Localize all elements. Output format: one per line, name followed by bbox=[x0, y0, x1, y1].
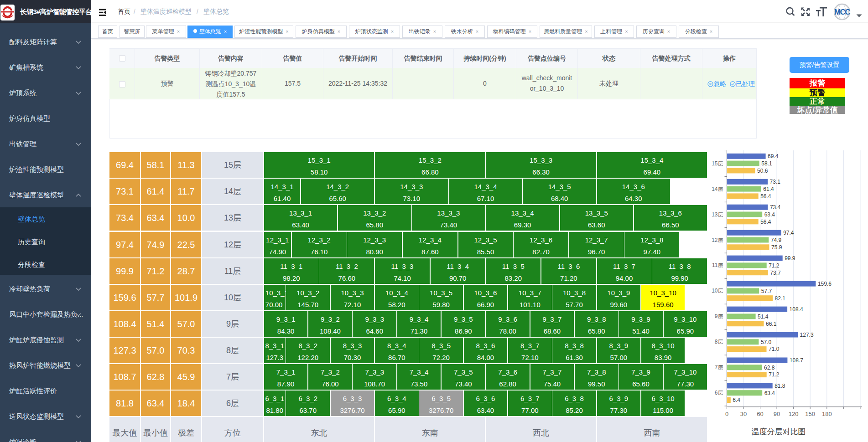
svg-text:MCC: MCC bbox=[834, 8, 850, 16]
svg-text:56.4: 56.4 bbox=[760, 219, 771, 225]
svg-text:120: 120 bbox=[789, 411, 799, 417]
svg-text:99.9: 99.9 bbox=[785, 255, 795, 262]
svg-text:14层: 14层 bbox=[712, 186, 723, 192]
svg-text:66.1: 66.1 bbox=[766, 321, 777, 327]
svg-text:73.4: 73.4 bbox=[770, 204, 781, 211]
svg-text:108.7: 108.7 bbox=[790, 357, 803, 364]
svg-text:97.4: 97.4 bbox=[783, 230, 794, 236]
svg-text:62.8: 62.8 bbox=[764, 365, 775, 371]
svg-text:74.9: 74.9 bbox=[771, 237, 782, 243]
svg-text:12层: 12层 bbox=[712, 237, 723, 243]
svg-text:60: 60 bbox=[757, 411, 763, 417]
svg-text:15层: 15层 bbox=[712, 160, 723, 167]
svg-text:13层: 13层 bbox=[712, 211, 723, 218]
svg-text:58.1: 58.1 bbox=[761, 160, 772, 167]
svg-text:71.2: 71.2 bbox=[769, 262, 780, 269]
svg-text:0: 0 bbox=[725, 411, 728, 417]
svg-text:50.6: 50.6 bbox=[757, 168, 768, 174]
svg-text:56.4: 56.4 bbox=[760, 193, 771, 200]
svg-text:温度分层对比图: 温度分层对比图 bbox=[752, 427, 806, 436]
svg-text:11层: 11层 bbox=[712, 262, 723, 268]
svg-text:30: 30 bbox=[740, 411, 747, 417]
svg-text:73.7: 73.7 bbox=[770, 270, 781, 276]
svg-text:159.6: 159.6 bbox=[818, 281, 832, 287]
svg-text:81.8: 81.8 bbox=[774, 383, 785, 389]
svg-text:73.1: 73.1 bbox=[770, 179, 781, 185]
svg-text:75.9: 75.9 bbox=[771, 244, 782, 251]
svg-text:71.2: 71.2 bbox=[769, 371, 780, 378]
svg-text:9层: 9层 bbox=[715, 313, 723, 319]
svg-text:108.4: 108.4 bbox=[790, 306, 803, 313]
svg-text:127.3: 127.3 bbox=[800, 332, 814, 338]
svg-text:57.7: 57.7 bbox=[761, 288, 772, 294]
svg-text:61.4: 61.4 bbox=[763, 186, 774, 192]
svg-text:82.1: 82.1 bbox=[775, 295, 786, 302]
svg-text:71.0: 71.0 bbox=[769, 346, 780, 352]
svg-text:6层: 6层 bbox=[715, 390, 723, 396]
svg-text:51.4: 51.4 bbox=[758, 314, 769, 320]
svg-text:57.0: 57.0 bbox=[761, 339, 772, 345]
svg-text:63.4: 63.4 bbox=[764, 390, 775, 396]
svg-text:90: 90 bbox=[774, 411, 780, 417]
svg-text:10层: 10层 bbox=[712, 288, 723, 294]
svg-text:180: 180 bbox=[822, 411, 832, 417]
svg-text:63.4: 63.4 bbox=[764, 211, 775, 218]
svg-text:69.4: 69.4 bbox=[768, 153, 779, 159]
svg-text:7层: 7层 bbox=[715, 364, 723, 370]
svg-text:8层: 8层 bbox=[715, 339, 723, 345]
svg-text:6.4: 6.4 bbox=[733, 397, 740, 403]
svg-text:150: 150 bbox=[805, 411, 815, 417]
